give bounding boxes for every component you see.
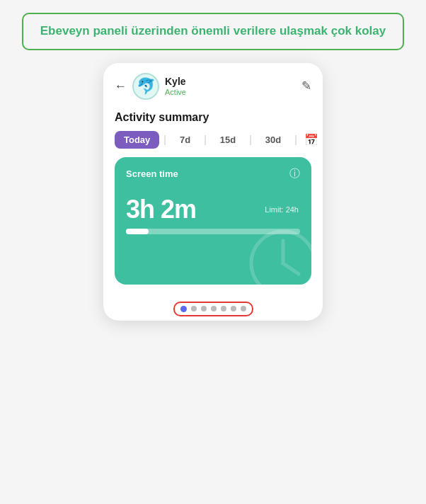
header-left: ← 🐬 Kyle Active	[115, 73, 186, 100]
dot-6[interactable]	[231, 306, 236, 311]
avatar: 🐬	[132, 73, 159, 100]
tab-divider-3: |	[248, 134, 253, 145]
tab-7d[interactable]: 7d	[171, 131, 200, 149]
calendar-icon[interactable]: 📅	[304, 133, 318, 147]
activity-title: Activity summary	[115, 111, 311, 124]
card-header: Screen time ⓘ	[126, 167, 300, 181]
dot-5[interactable]	[221, 306, 226, 311]
banner: Ebeveyn paneli üzerinden önemli verilere…	[22, 13, 404, 50]
avatar-icon: 🐬	[137, 77, 156, 96]
phone-header: ← 🐬 Kyle Active ✎	[103, 63, 323, 105]
back-button[interactable]: ←	[115, 79, 127, 93]
pagination-dots	[103, 292, 323, 321]
dot-4[interactable]	[211, 306, 217, 311]
tab-divider-4: |	[293, 134, 299, 145]
dot-7[interactable]	[241, 306, 246, 311]
dot-2[interactable]	[191, 306, 197, 311]
user-info: Kyle Active	[165, 76, 186, 96]
banner-text: Ebeveyn paneli üzerinden önemli verilere…	[36, 23, 390, 40]
tab-divider-1: |	[162, 134, 168, 145]
info-icon[interactable]: ⓘ	[289, 167, 300, 181]
tab-bar: Today | 7d | 15d | 30d | 📅	[115, 131, 311, 149]
tab-today[interactable]: Today	[115, 131, 159, 149]
progress-bar-track	[126, 229, 300, 234]
user-name: Kyle	[165, 76, 186, 88]
tab-15d[interactable]: 15d	[211, 131, 245, 149]
activity-section: Activity summary Today | 7d | 15d | 30d …	[103, 105, 323, 292]
tab-30d[interactable]: 30d	[256, 131, 290, 149]
edit-button[interactable]: ✎	[301, 79, 311, 93]
dots-container	[173, 302, 253, 316]
progress-bar-fill	[126, 229, 149, 234]
screen-time-label: Screen time	[126, 168, 178, 179]
phone-frame: ← 🐬 Kyle Active ✎ Activity summary Today…	[103, 63, 323, 321]
screen-time-card: Screen time ⓘ 3h 2m Limit: 24h	[115, 157, 311, 285]
dot-1[interactable]	[180, 306, 187, 312]
time-display: 3h 2m	[126, 195, 300, 224]
dot-3[interactable]	[201, 306, 207, 311]
user-status: Active	[165, 88, 186, 96]
tab-divider-2: |	[202, 134, 208, 145]
svg-line-2	[283, 263, 299, 274]
clock-decoration	[248, 228, 311, 285]
